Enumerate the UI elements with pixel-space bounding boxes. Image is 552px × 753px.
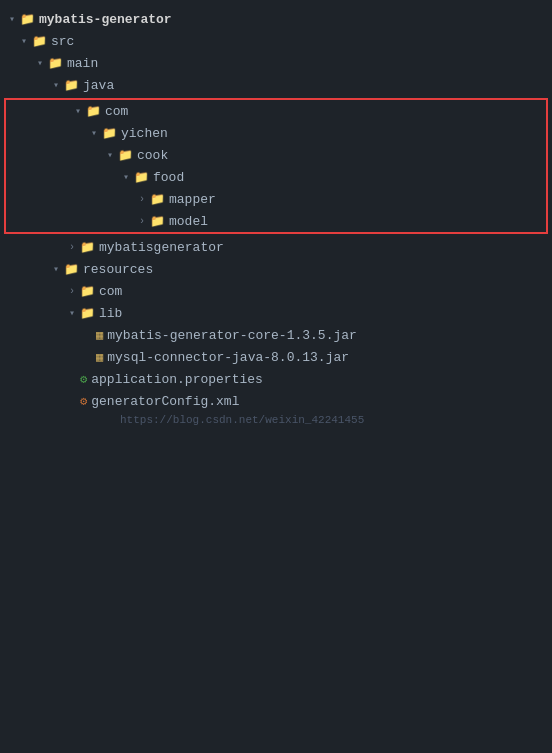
genconfig-spacer: [64, 393, 80, 409]
main-label: main: [67, 56, 98, 71]
lib-label: lib: [99, 306, 122, 321]
resources-item[interactable]: 📁 resources: [0, 258, 552, 280]
jar1-label: mybatis-generator-core-1.3.5.jar: [107, 328, 357, 343]
src-arrow: [16, 33, 32, 49]
resources-com-folder-icon: 📁: [80, 284, 95, 299]
jar1-spacer: [80, 327, 96, 343]
highlight-region: 📁 com 📁 yichen 📁 cook 📁 food: [4, 98, 548, 234]
yichen-folder-icon: 📁: [102, 126, 117, 141]
food-label: food: [153, 170, 184, 185]
jar2-icon: ▦: [96, 350, 103, 365]
root-folder-icon: 📁: [20, 12, 35, 27]
mapper-item[interactable]: 📁 mapper: [6, 188, 546, 210]
jar1-item[interactable]: ▦ mybatis-generator-core-1.3.5.jar: [0, 324, 552, 346]
root-label: mybatis-generator: [39, 12, 172, 27]
root-item[interactable]: 📁 mybatis-generator: [0, 8, 552, 30]
src-folder-icon: 📁: [32, 34, 47, 49]
java-item[interactable]: 📁 java 需要手动创建目录: [0, 74, 552, 96]
mybatisgenerator-label: mybatisgenerator: [99, 240, 224, 255]
genconfig-item[interactable]: ⚙ generatorConfig.xml: [0, 390, 552, 412]
java-label: java: [83, 78, 114, 93]
mapper-label: mapper: [169, 192, 216, 207]
resources-com-label: com: [99, 284, 122, 299]
food-item[interactable]: 📁 food: [6, 166, 546, 188]
com-item[interactable]: 📁 com: [6, 100, 546, 122]
lib-item[interactable]: 📁 lib: [0, 302, 552, 324]
mybatisgenerator-arrow: [64, 239, 80, 255]
resources-label: resources: [83, 262, 153, 277]
jar2-label: mysql-connector-java-8.0.13.jar: [107, 350, 349, 365]
resources-com-arrow: [64, 283, 80, 299]
java-arrow: [48, 77, 64, 93]
java-folder-icon: 📁: [64, 78, 79, 93]
watermark: https://blog.csdn.net/weixin_42241455: [0, 414, 552, 426]
model-label: model: [169, 214, 208, 229]
appprops-spacer: [64, 371, 80, 387]
cook-label: cook: [137, 148, 168, 163]
lib-folder-icon: 📁: [80, 306, 95, 321]
jar1-icon: ▦: [96, 328, 103, 343]
root-arrow: [4, 11, 20, 27]
src-label: src: [51, 34, 74, 49]
cook-arrow: [102, 147, 118, 163]
resources-com-item[interactable]: 📁 com: [0, 280, 552, 302]
mapper-folder-icon: 📁: [150, 192, 165, 207]
genconfig-icon: ⚙: [80, 394, 87, 409]
file-tree: 📁 mybatis-generator 📁 src 📁 main 📁 java …: [0, 0, 552, 434]
jar2-spacer: [80, 349, 96, 365]
yichen-arrow: [86, 125, 102, 141]
genconfig-label: generatorConfig.xml: [91, 394, 239, 409]
main-item[interactable]: 📁 main: [0, 52, 552, 74]
com-folder-icon: 📁: [86, 104, 101, 119]
mapper-arrow: [134, 191, 150, 207]
food-folder-icon: 📁: [134, 170, 149, 185]
model-arrow: [134, 213, 150, 229]
main-arrow: [32, 55, 48, 71]
src-item[interactable]: 📁 src: [0, 30, 552, 52]
com-label: com: [105, 104, 128, 119]
main-folder-icon: 📁: [48, 56, 63, 71]
appprops-icon: ⚙: [80, 372, 87, 387]
cook-folder-icon: 📁: [118, 148, 133, 163]
yichen-label: yichen: [121, 126, 168, 141]
model-item[interactable]: 📁 model: [6, 210, 546, 232]
com-arrow: [70, 103, 86, 119]
jar2-item[interactable]: ▦ mysql-connector-java-8.0.13.jar: [0, 346, 552, 368]
lib-arrow: [64, 305, 80, 321]
mybatisgenerator-item[interactable]: 📁 mybatisgenerator: [0, 236, 552, 258]
resources-folder-icon: 📁: [64, 262, 79, 277]
appprops-label: application.properties: [91, 372, 263, 387]
mybatisgenerator-folder-icon: 📁: [80, 240, 95, 255]
appprops-item[interactable]: ⚙ application.properties: [0, 368, 552, 390]
cook-item[interactable]: 📁 cook: [6, 144, 546, 166]
food-arrow: [118, 169, 134, 185]
yichen-item[interactable]: 📁 yichen: [6, 122, 546, 144]
model-folder-icon: 📁: [150, 214, 165, 229]
resources-arrow: [48, 261, 64, 277]
